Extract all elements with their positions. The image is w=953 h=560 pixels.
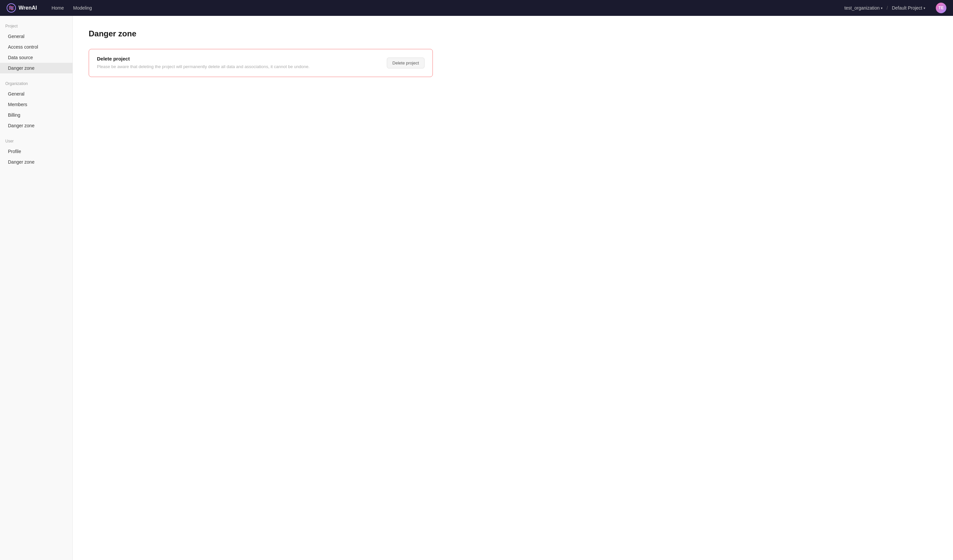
org-chevron-icon: ▾ [881, 6, 883, 10]
sidebar-organization-title: Organization [0, 81, 73, 88]
sidebar-item-user-danger-zone[interactable]: Danger zone [0, 157, 73, 167]
nav-home[interactable]: Home [48, 3, 68, 12]
app-layout: Project General Access control Data sour… [0, 16, 953, 560]
logo[interactable]: WrenAI [7, 3, 37, 12]
project-name: Default Project [892, 5, 922, 11]
nav-links: Home Modeling [48, 3, 834, 12]
danger-card-info: Delete project Please be aware that dele… [97, 56, 379, 70]
danger-card-description: Please be aware that deleting the projec… [97, 63, 379, 70]
nav-modeling[interactable]: Modeling [69, 3, 96, 12]
navbar: WrenAI Home Modeling test_organization ▾… [0, 0, 953, 16]
logo-icon [7, 3, 16, 12]
sidebar-organization-section: Organization General Members Billing Dan… [0, 81, 73, 131]
logo-text: WrenAI [19, 5, 37, 11]
sidebar-user-section: User Profile Danger zone [0, 139, 73, 167]
org-name: test_organization [844, 5, 880, 11]
sidebar: Project General Access control Data sour… [0, 16, 73, 560]
danger-card: Delete project Please be aware that dele… [88, 49, 433, 77]
org-selector[interactable]: test_organization ▾ [844, 5, 883, 11]
sidebar-project-section: Project General Access control Data sour… [0, 24, 73, 73]
navbar-right: TE [936, 3, 946, 13]
breadcrumb: test_organization ▾ / Default Project ▾ [844, 5, 925, 11]
delete-project-button[interactable]: Delete project [387, 57, 425, 68]
sidebar-item-project-general[interactable]: General [0, 31, 73, 42]
sidebar-item-project-access-control[interactable]: Access control [0, 42, 73, 52]
main-content: Danger zone Delete project Please be awa… [73, 16, 953, 560]
project-chevron-icon: ▾ [924, 6, 925, 10]
avatar[interactable]: TE [936, 3, 946, 13]
sidebar-item-org-general[interactable]: General [0, 88, 73, 99]
sidebar-item-org-danger-zone[interactable]: Danger zone [0, 120, 73, 131]
danger-card-title: Delete project [97, 56, 379, 62]
sidebar-project-title: Project [0, 24, 73, 31]
breadcrumb-separator: / [886, 5, 888, 11]
sidebar-item-user-profile[interactable]: Profile [0, 146, 73, 157]
sidebar-item-project-danger-zone[interactable]: Danger zone [0, 63, 73, 73]
sidebar-item-project-data-source[interactable]: Data source [0, 52, 73, 63]
project-selector[interactable]: Default Project ▾ [892, 5, 925, 11]
page-title: Danger zone [88, 29, 937, 38]
sidebar-item-org-billing[interactable]: Billing [0, 110, 73, 120]
sidebar-item-org-members[interactable]: Members [0, 99, 73, 110]
sidebar-user-title: User [0, 139, 73, 146]
